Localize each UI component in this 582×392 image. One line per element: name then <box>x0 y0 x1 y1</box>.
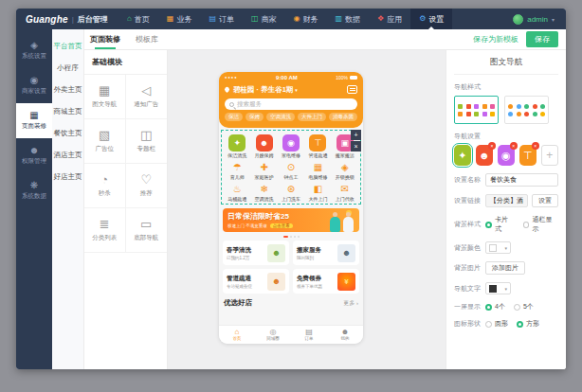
service-item[interactable]: ▦ 电脑维修 <box>304 161 331 180</box>
topnav-apps[interactable]: ❖ 应用 <box>369 9 410 29</box>
radio-fullwidth-style[interactable]: 通栏显示 <box>523 215 558 234</box>
service-item[interactable]: ✚ 家庭医护 <box>250 161 277 180</box>
sidebar-label: 商家设置 <box>22 87 46 96</box>
shops-more-link[interactable]: 更多 › <box>343 299 358 308</box>
module-flash-sale[interactable]: ◔ 秒杀 <box>84 164 126 208</box>
banner-button[interactable]: 点击查看 <box>270 223 293 228</box>
nav-icon-pipe[interactable]: ⊤× <box>519 145 537 166</box>
service-item[interactable]: ◧ 大件上门 <box>304 183 331 202</box>
tag-baomu[interactable]: 保姆 <box>246 113 264 121</box>
nav-icon-appliance[interactable]: ◉× <box>498 145 515 166</box>
location-text[interactable]: 碧桂园 · 养生谷1期 <box>233 85 293 95</box>
submenu-platform-home[interactable]: 平台首页 <box>52 35 83 57</box>
module-recommend[interactable]: ♡ 推荐 <box>126 164 168 208</box>
nav-icon-nanny[interactable]: ☻× <box>476 145 493 166</box>
submenu-restaurant-home[interactable]: 餐饮主页 <box>52 122 83 144</box>
service-item[interactable]: ✦ 保洁清洗 <box>224 134 250 158</box>
nav-icon-cleaning[interactable]: ✦ <box>454 145 471 166</box>
service-item[interactable]: ⊤ 管道疏通 <box>304 134 331 158</box>
service-item[interactable]: ❄ 空调清洗 <box>250 183 277 202</box>
tag-xiaodu[interactable]: 消毒杀菌 <box>329 113 357 121</box>
card-pipe-dredge[interactable]: 管道疏通 专治疑难杂症 ☻ <box>223 269 289 294</box>
module-topic-bar[interactable]: ◫ 专题栏 <box>126 119 168 164</box>
carousel-dot[interactable] <box>294 236 296 238</box>
remove-icon-button[interactable]: × <box>488 142 496 150</box>
service-item[interactable]: ☂ 育儿师 <box>224 161 250 180</box>
service-item[interactable]: ◉ 家电维修 <box>278 134 304 158</box>
service-item[interactable]: ⊛ 上门洗车 <box>278 183 304 202</box>
selected-nav-module[interactable]: ✦ 保洁清洗 ☻ 月嫂保姆 ◉ 家电维修 <box>221 130 361 205</box>
nav-text-color-dropdown[interactable]: ▾ <box>485 282 511 294</box>
tab-home[interactable]: ⌂ 首页 <box>219 326 255 344</box>
radio-four-per-screen[interactable]: 4个 <box>485 302 505 312</box>
topnav-merchant[interactable]: ◫ 商家 <box>243 9 285 29</box>
radio-five-per-screen[interactable]: 5个 <box>514 302 534 312</box>
module-image-text-nav[interactable]: ▦ 图文导航 <box>84 75 126 119</box>
submenu-takeout-home[interactable]: 外卖主页 <box>52 79 83 100</box>
save-as-template-link[interactable]: 保存为新模板 <box>473 34 518 45</box>
submenu-mini-program[interactable]: 小程序 <box>52 57 83 79</box>
carousel-dot-active[interactable] <box>283 236 288 238</box>
message-icon[interactable] <box>347 85 357 94</box>
bg-color-dropdown[interactable]: ▾ <box>485 241 511 254</box>
service-item[interactable]: ☻ 月嫂保姆 <box>250 134 277 158</box>
link-set-button[interactable]: 设置 <box>532 194 558 207</box>
tab-city-circle[interactable]: ◎ 同城圈 <box>255 326 291 344</box>
tag-kongtiao[interactable]: 空调清洗 <box>266 113 295 121</box>
save-button[interactable]: 保存 <box>526 31 558 47</box>
radio-card-style[interactable]: 卡片式 <box>485 215 515 234</box>
tab-page-decorate[interactable]: 页面装修 <box>84 29 126 49</box>
sidebar-item-permissions[interactable]: ☻ 权限管理 <box>16 138 52 173</box>
carousel-dot[interactable] <box>298 236 300 238</box>
tab-orders[interactable]: ▤ 订单 <box>291 326 327 344</box>
sidebar-item-system-settings[interactable]: ◈ 系统设置 <box>16 33 52 68</box>
topnav-finance-label: 财务 <box>303 14 318 25</box>
card-spring-cleaning[interactable]: 春季清洗 已预约1.2万 ☻ <box>223 241 289 265</box>
service-item[interactable]: ♨ 马桶疏通 <box>224 183 250 202</box>
service-item[interactable]: ✉ 上门代收 <box>332 183 358 202</box>
topnav-settings[interactable]: ⚙ 设置 <box>410 9 452 29</box>
recommend-icon: ♡ <box>140 173 152 186</box>
service-item[interactable]: ⊙ 钟点工 <box>278 161 304 180</box>
topnav-orders[interactable]: ▤ 订单 <box>200 9 243 29</box>
tab-profile[interactable]: ☻ 我的 <box>327 326 363 344</box>
remove-module-button[interactable]: × <box>351 141 361 151</box>
sidebar-item-system-data[interactable]: ❋ 系统数据 <box>16 173 52 208</box>
tag-baojie[interactable]: 保洁 <box>225 113 243 121</box>
card-free-coupon[interactable]: 免费领券 领券下单优惠 ¥ <box>293 269 359 294</box>
carousel-dot[interactable] <box>290 236 292 238</box>
module-notice-ad[interactable]: ◁ 通知广告 <box>126 75 168 119</box>
tab-template-library[interactable]: 模板库 <box>126 29 168 49</box>
link-input[interactable] <box>485 194 528 207</box>
add-image-button[interactable]: 添加图片 <box>485 261 525 275</box>
module-bottom-nav[interactable]: ▭ 底部导航 <box>126 208 168 253</box>
drag-module-button[interactable]: + <box>351 130 361 140</box>
promo-banner[interactable]: 日常保洁限时省25 极速上门 不满意重做 点击查看 <box>223 208 359 232</box>
topnav-finance[interactable]: ◉ 财务 <box>285 9 327 29</box>
remove-icon-button[interactable]: × <box>532 142 539 150</box>
topnav-business[interactable]: ▦ 业务 <box>158 9 201 29</box>
tag-dajian[interactable]: 大件上门 <box>298 113 326 121</box>
topnav-home[interactable]: ⌂ 首页 <box>118 9 158 29</box>
sidebar-item-merchant-settings[interactable]: ◉ 商家设置 <box>16 68 52 103</box>
module-controls: + × <box>351 130 361 151</box>
service-label: 空调清洗 <box>255 196 274 202</box>
name-input[interactable] <box>485 173 558 187</box>
user-menu[interactable]: admin ▾ <box>513 14 566 25</box>
search-input[interactable]: 搜索服务 <box>225 98 357 110</box>
module-ad-slot[interactable]: ▧ 广告位 <box>84 119 126 164</box>
nav-style-option-1[interactable] <box>454 96 499 124</box>
submenu-mall-home[interactable]: 商城主页 <box>52 100 83 122</box>
card-moving-service[interactable]: 搬家服务 随叫随到 ☻ <box>293 241 359 265</box>
sidebar-item-page-decorate[interactable]: ▦ 页面装修 <box>16 103 52 138</box>
radio-circle-shape[interactable]: 圆形 <box>485 319 508 329</box>
remove-icon-button[interactable]: × <box>510 142 518 150</box>
submenu-hotel-home[interactable]: 酒店主页 <box>52 144 83 166</box>
submenu-shop-home[interactable]: 好店主页 <box>52 166 83 187</box>
nav-style-option-2[interactable] <box>504 96 549 124</box>
module-category-list[interactable]: ≣ 分类列表 <box>84 208 126 253</box>
service-item[interactable]: ◈ 开锁换锁 <box>332 161 358 180</box>
add-nav-icon-button[interactable]: + <box>541 145 558 166</box>
topnav-data[interactable]: ▥ 数据 <box>327 9 370 29</box>
radio-square-shape[interactable]: 方形 <box>517 319 539 329</box>
